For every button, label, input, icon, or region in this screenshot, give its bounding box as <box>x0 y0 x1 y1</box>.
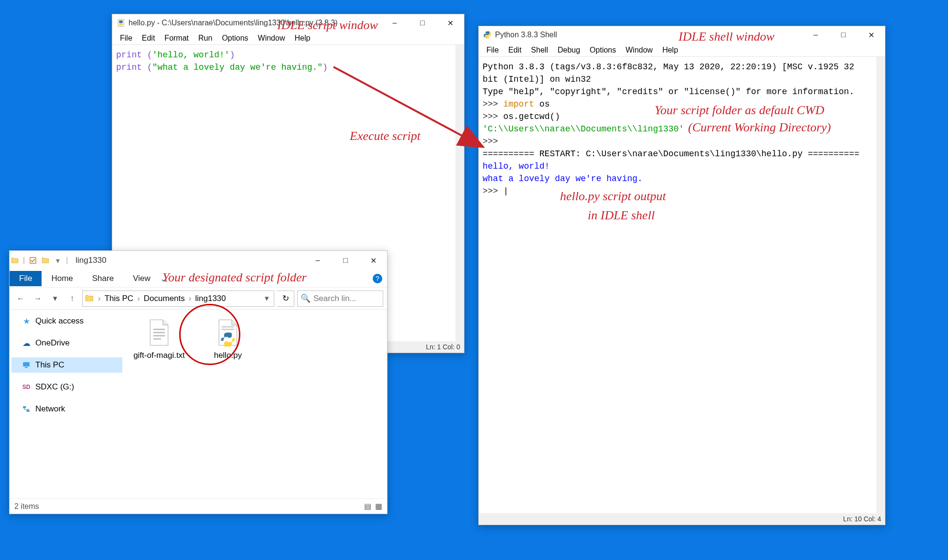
explorer-body: ★ Quick access ☁ OneDrive This PC SD SDX… <box>10 309 387 498</box>
close-button[interactable]: ✕ <box>857 26 885 43</box>
checkbox-icon[interactable] <box>29 256 37 265</box>
banner-line: Python 3.8.3 (tags/v3.8.3:6f8c832, May 1… <box>483 61 874 86</box>
refresh-button[interactable]: ↻ <box>277 291 294 307</box>
svg-rect-6 <box>23 406 26 409</box>
maximize-button[interactable]: □ <box>830 26 857 43</box>
folder-icon <box>85 293 95 304</box>
scrollbar[interactable] <box>455 45 464 341</box>
svg-rect-11 <box>153 338 161 340</box>
shell-menubar: File Edit Shell Debug Options Window Hel… <box>479 43 885 57</box>
divider: | <box>23 256 25 265</box>
menu-run[interactable]: Run <box>194 33 217 43</box>
details-view-icon[interactable]: ▤ <box>364 502 371 511</box>
output-line: hello, world! <box>483 162 549 171</box>
minimize-button[interactable]: – <box>381 14 409 32</box>
python-icon <box>483 30 492 40</box>
ribbon-home-tab[interactable]: Home <box>42 271 82 286</box>
nav-this-pc[interactable]: This PC <box>11 357 122 373</box>
pc-icon <box>22 361 31 369</box>
up-button[interactable]: ↑ <box>65 291 79 306</box>
scrollbar[interactable] <box>876 57 885 513</box>
recent-dropdown[interactable]: ▾ <box>48 291 62 306</box>
svg-rect-5 <box>25 367 28 368</box>
script-titlebar[interactable]: hello.py - C:\Users\narae\Documents\ling… <box>112 14 464 32</box>
file-pane[interactable]: gift-of-magi.txt hello.py <box>124 310 387 498</box>
close-button[interactable]: ✕ <box>436 14 464 32</box>
menu-file[interactable]: File <box>115 33 137 43</box>
search-icon: 🔍 <box>301 293 311 303</box>
ribbon-view-tab[interactable]: View <box>123 271 160 286</box>
cloud-icon: ☁ <box>22 339 31 347</box>
shell-title-text: Python 3.8.3 Shell <box>495 31 802 39</box>
breadcrumb-item[interactable]: This PC <box>102 294 136 303</box>
nav-network[interactable]: Network <box>11 401 122 417</box>
search-input[interactable]: 🔍 Search lin... <box>297 291 383 307</box>
python-file-icon <box>116 18 126 28</box>
shell-body[interactable]: Python 3.8.3 (tags/v3.8.3:6f8c832, May 1… <box>479 57 885 513</box>
folder-icon[interactable] <box>41 256 50 265</box>
shell-titlebar[interactable]: Python 3.8.3 Shell – □ ✕ <box>479 26 885 43</box>
file-item-py[interactable]: hello.py <box>202 317 254 360</box>
breadcrumb[interactable]: › This PC › Documents › ling1330 ▾ <box>82 291 274 307</box>
idle-shell-window: Python 3.8.3 Shell – □ ✕ File Edit Shell… <box>478 26 885 525</box>
menu-window[interactable]: Window <box>621 45 657 55</box>
nav-sdxc[interactable]: SD SDXC (G:) <box>11 379 122 395</box>
restart-line: ========== RESTART: C:\Users\narae\Docum… <box>483 149 860 159</box>
svg-rect-1 <box>119 23 123 25</box>
menu-format[interactable]: Format <box>160 33 194 43</box>
minimize-button[interactable]: – <box>802 26 830 43</box>
svg-rect-9 <box>153 332 165 334</box>
svg-rect-10 <box>153 335 165 336</box>
chevron-down-icon[interactable]: ⌄ <box>160 274 167 284</box>
chevron-down-icon[interactable]: ▾ <box>262 293 272 303</box>
explorer-title: ling1330 <box>71 253 111 268</box>
breadcrumb-item[interactable]: ling1330 <box>192 294 228 303</box>
help-icon[interactable]: ? <box>373 274 382 283</box>
script-title-text: hello.py - C:\Users\narae\Documents\ling… <box>129 19 381 27</box>
large-icons-view-icon[interactable]: ▦ <box>375 502 382 511</box>
breadcrumb-item[interactable]: Documents <box>141 294 188 303</box>
banner-line: Type "help", "copyright", "credits" or "… <box>483 87 854 97</box>
sd-card-icon: SD <box>22 383 31 391</box>
explorer-titlebar[interactable]: | ▾ | ling1330 – □ ✕ <box>10 251 387 270</box>
script-menubar: File Edit Format Run Options Window Help <box>112 32 464 45</box>
close-button[interactable]: ✕ <box>359 252 387 269</box>
text-file-icon <box>144 317 174 348</box>
menu-debug[interactable]: Debug <box>553 45 585 55</box>
back-button[interactable]: ← <box>13 291 28 306</box>
svg-rect-8 <box>153 329 165 330</box>
svg-rect-12 <box>222 326 235 328</box>
file-item-txt[interactable]: gift-of-magi.txt <box>133 317 185 360</box>
folder-icon <box>11 256 19 265</box>
minimize-button[interactable]: – <box>304 252 332 269</box>
svg-rect-7 <box>27 410 30 412</box>
shell-cursor-pos: Ln: 10 Col: 4 <box>843 515 881 523</box>
chevron-down-icon[interactable]: ▾ <box>54 256 62 265</box>
search-placeholder: Search lin... <box>313 294 356 303</box>
cwd-output: 'C:\\Users\\narae\\Documents\\ling1330' <box>483 124 684 134</box>
maximize-button[interactable]: □ <box>409 14 436 32</box>
python-file-icon <box>213 317 243 348</box>
menu-options[interactable]: Options <box>217 33 253 43</box>
svg-rect-4 <box>23 362 30 366</box>
address-bar-row: ← → ▾ ↑ › This PC › Documents › ling1330… <box>10 287 387 309</box>
menu-options[interactable]: Options <box>585 45 621 55</box>
menu-edit[interactable]: Edit <box>504 45 527 55</box>
quick-access-toolbar: | ▾ | <box>11 256 68 265</box>
file-name: gift-of-magi.txt <box>133 351 185 360</box>
nav-quick-access[interactable]: ★ Quick access <box>11 313 122 329</box>
forward-button[interactable]: → <box>31 291 45 306</box>
menu-help[interactable]: Help <box>657 45 683 55</box>
script-cursor-pos: Ln: 1 Col: 0 <box>426 343 460 351</box>
menu-edit[interactable]: Edit <box>137 33 160 43</box>
menu-window[interactable]: Window <box>253 33 290 43</box>
file-name: hello.py <box>214 351 242 360</box>
svg-rect-3 <box>30 258 36 263</box>
ribbon-file-tab[interactable]: File <box>10 271 42 286</box>
ribbon-share-tab[interactable]: Share <box>83 271 123 286</box>
maximize-button[interactable]: □ <box>332 252 359 269</box>
menu-file[interactable]: File <box>482 45 504 55</box>
menu-help[interactable]: Help <box>290 33 315 43</box>
nav-onedrive[interactable]: ☁ OneDrive <box>11 335 122 351</box>
menu-shell[interactable]: Shell <box>526 45 553 55</box>
